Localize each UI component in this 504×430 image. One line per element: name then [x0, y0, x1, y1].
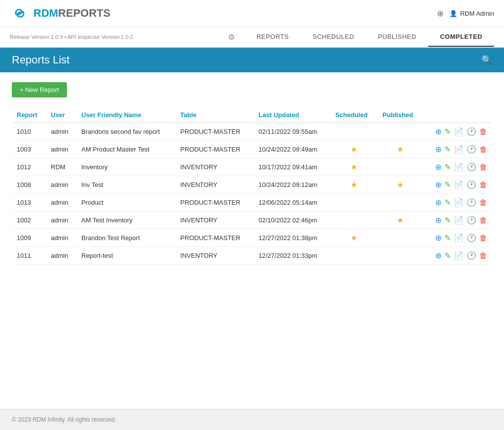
cell-report-id: 1011 — [12, 247, 46, 265]
cell-scheduled: ★ — [330, 176, 378, 194]
schedule-icon[interactable]: 🕐 — [467, 233, 476, 243]
cell-last-updated: 02/11/2022 09:55am — [253, 123, 330, 141]
published-star[interactable]: ★ — [397, 216, 404, 224]
edit-icon[interactable]: ✎ — [444, 127, 451, 136]
scheduled-star[interactable]: ★ — [350, 163, 357, 171]
table-row: 1009 admin Brandon Test Report PRODUCT-M… — [12, 229, 492, 247]
nav-tabs: REPORTS SCHEDULED PUBLISHED COMPLETED — [245, 27, 494, 47]
table-header: Report User User Friendly Name Table Las… — [12, 107, 492, 123]
gear-icon[interactable]: ⚙ — [228, 32, 235, 42]
file-icon[interactable]: 📄 — [454, 180, 464, 189]
cell-scheduled — [330, 194, 378, 212]
file-icon[interactable]: 📄 — [454, 127, 464, 136]
edit-icon[interactable]: ✎ — [444, 233, 451, 243]
footer: © 2023 RDM Infinity. All rights reserved… — [0, 409, 504, 430]
cell-actions: ⊕ ✎ 📄 🕐 🗑 — [423, 229, 492, 247]
action-icons: ⊕ ✎ 📄 🕐 🗑 — [428, 251, 487, 260]
run-icon[interactable]: ⊕ — [435, 198, 441, 207]
cell-table: INVENTORY — [175, 158, 253, 176]
cell-table: INVENTORY — [175, 212, 253, 229]
run-icon[interactable]: ⊕ — [435, 127, 441, 136]
published-star[interactable]: ★ — [397, 145, 404, 154]
cell-report-id: 1010 — [12, 123, 46, 141]
app-header: RDMREPORTS ⊕ 👤 RDM Admin — [0, 0, 504, 27]
scheduled-star[interactable]: ★ — [350, 145, 357, 154]
run-icon[interactable]: ⊕ — [435, 251, 441, 260]
schedule-icon[interactable]: 🕐 — [467, 180, 476, 189]
tab-scheduled[interactable]: SCHEDULED — [301, 27, 366, 47]
user-menu[interactable]: 👤 RDM Admin — [449, 10, 494, 17]
action-icons: ⊕ ✎ 📄 🕐 🗑 — [428, 145, 487, 154]
edit-icon[interactable]: ✎ — [444, 215, 451, 225]
copyright-text: © 2023 RDM Infinity. All rights reserved… — [12, 416, 116, 423]
cell-user: admin — [46, 229, 76, 247]
edit-icon[interactable]: ✎ — [444, 198, 451, 207]
tab-published[interactable]: PUBLISHED — [366, 27, 428, 47]
file-icon[interactable]: 📄 — [454, 162, 464, 172]
edit-icon[interactable]: ✎ — [444, 162, 451, 172]
new-report-button[interactable]: + New Report — [12, 82, 67, 97]
cell-friendly-name: Brandon Test Report — [76, 229, 175, 247]
delete-icon[interactable]: 🗑 — [479, 234, 487, 243]
table-row: 1012 RDM Inventory INVENTORY 10/17/2022 … — [12, 158, 492, 176]
delete-icon[interactable]: 🗑 — [479, 198, 487, 207]
cell-table: PRODUCT-MASTER — [175, 194, 253, 212]
cell-last-updated: 10/24/2022 09:12am — [253, 176, 330, 194]
cell-last-updated: 02/10/2022 02:46pm — [253, 212, 330, 229]
delete-icon[interactable]: 🗑 — [479, 251, 487, 260]
scheduled-star[interactable]: ★ — [350, 181, 357, 189]
col-header-user: User — [46, 107, 76, 123]
version-info: Release Version 1.0.9 • API Inspector Ve… — [10, 34, 228, 40]
schedule-icon[interactable]: 🕐 — [467, 127, 476, 136]
col-header-report: Report — [12, 107, 46, 123]
schedule-icon[interactable]: 🕐 — [467, 145, 476, 154]
logo: RDMREPORTS — [10, 6, 110, 20]
edit-icon[interactable]: ✎ — [444, 180, 451, 189]
run-icon[interactable]: ⊕ — [435, 215, 441, 225]
cell-report-id: 1009 — [12, 229, 46, 247]
col-header-published: Published — [378, 107, 423, 123]
cell-actions: ⊕ ✎ 📄 🕐 🗑 — [423, 212, 492, 229]
run-icon[interactable]: ⊕ — [435, 145, 441, 154]
delete-icon[interactable]: 🗑 — [479, 145, 487, 154]
cell-friendly-name: Inventory — [76, 158, 175, 176]
scheduled-star[interactable]: ★ — [350, 234, 357, 242]
delete-icon[interactable]: 🗑 — [479, 216, 487, 225]
run-icon[interactable]: ⊕ — [435, 162, 441, 172]
cell-published — [378, 194, 423, 212]
tab-reports[interactable]: REPORTS — [245, 27, 301, 47]
delete-icon[interactable]: 🗑 — [479, 163, 487, 172]
schedule-icon[interactable]: 🕐 — [467, 215, 476, 225]
cell-table: PRODUCT-MASTER — [175, 123, 253, 141]
run-icon[interactable]: ⊕ — [435, 233, 441, 243]
table-row: 1002 admin AM Test Inventory INVENTORY 0… — [12, 212, 492, 229]
schedule-icon[interactable]: 🕐 — [467, 198, 476, 207]
schedule-icon[interactable]: 🕐 — [467, 251, 476, 260]
cell-user: admin — [46, 176, 76, 194]
cell-published — [378, 123, 423, 141]
cell-table: INVENTORY — [175, 247, 253, 265]
delete-icon[interactable]: 🗑 — [479, 181, 487, 189]
cell-report-id: 1012 — [12, 158, 46, 176]
header-right: ⊕ 👤 RDM Admin — [437, 9, 494, 18]
table-row: 1010 admin Brandons second fav report PR… — [12, 123, 492, 141]
file-icon[interactable]: 📄 — [454, 198, 464, 207]
file-icon[interactable]: 📄 — [454, 145, 464, 154]
file-icon[interactable]: 📄 — [454, 233, 464, 243]
edit-icon[interactable]: ✎ — [444, 145, 451, 154]
file-icon[interactable]: 📄 — [454, 215, 464, 225]
schedule-icon[interactable]: 🕐 — [467, 162, 476, 172]
edit-icon[interactable]: ✎ — [444, 251, 451, 260]
cell-table: INVENTORY — [175, 176, 253, 194]
cell-scheduled — [330, 212, 378, 229]
file-icon[interactable]: 📄 — [454, 251, 464, 260]
share-icon[interactable]: ⊕ — [437, 9, 443, 18]
search-button[interactable]: 🔍 — [481, 55, 492, 65]
tab-completed[interactable]: COMPLETED — [428, 27, 494, 47]
run-icon[interactable]: ⊕ — [435, 180, 441, 189]
delete-icon[interactable]: 🗑 — [479, 127, 487, 136]
col-header-last-updated: Last Updated — [253, 107, 330, 123]
cell-user: admin — [46, 141, 76, 158]
cell-published — [378, 158, 423, 176]
published-star[interactable]: ★ — [397, 181, 404, 189]
